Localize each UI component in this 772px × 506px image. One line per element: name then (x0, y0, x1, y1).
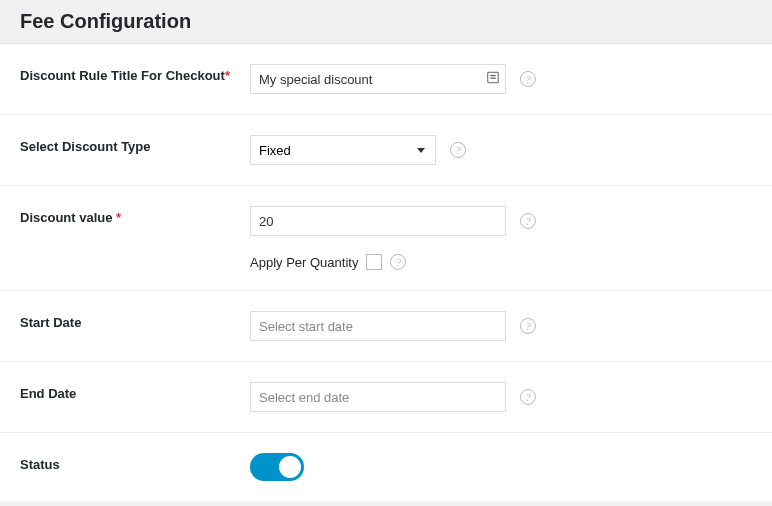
help-icon[interactable]: ? (520, 71, 536, 87)
row-discount-value: Discount value * ? Apply Per Quantity ? (0, 186, 772, 291)
discount-title-input[interactable] (250, 64, 506, 94)
apply-per-quantity-checkbox[interactable] (366, 254, 382, 270)
end-date-input[interactable] (250, 382, 506, 412)
discount-value-input[interactable] (250, 206, 506, 236)
row-discount-type: Select Discount Type Fixed ? (0, 115, 772, 186)
row-discount-title: Discount Rule Title For Checkout* ? (0, 44, 772, 115)
row-status: Status (0, 433, 772, 501)
apply-per-quantity-label: Apply Per Quantity (250, 255, 358, 270)
fee-configuration-form: Discount Rule Title For Checkout* ? Sele… (0, 44, 772, 501)
required-marker: * (116, 210, 121, 225)
row-start-date: Start Date ? (0, 291, 772, 362)
status-toggle[interactable] (250, 453, 304, 481)
page-title: Fee Configuration (20, 10, 752, 33)
label-end-date: End Date (20, 382, 250, 412)
label-discount-title: Discount Rule Title For Checkout* (20, 64, 250, 94)
help-icon[interactable]: ? (520, 389, 536, 405)
row-end-date: End Date ? (0, 362, 772, 433)
label-start-date: Start Date (20, 311, 250, 341)
start-date-input[interactable] (250, 311, 506, 341)
page-header: Fee Configuration (0, 0, 772, 44)
label-discount-value: Discount value * (20, 206, 250, 270)
help-icon[interactable]: ? (450, 142, 466, 158)
help-icon[interactable]: ? (520, 318, 536, 334)
toggle-knob (279, 456, 301, 478)
help-icon[interactable]: ? (390, 254, 406, 270)
discount-type-select[interactable]: Fixed (250, 135, 436, 165)
label-status: Status (20, 453, 250, 481)
label-discount-type: Select Discount Type (20, 135, 250, 165)
required-marker: * (225, 68, 230, 83)
help-icon[interactable]: ? (520, 213, 536, 229)
